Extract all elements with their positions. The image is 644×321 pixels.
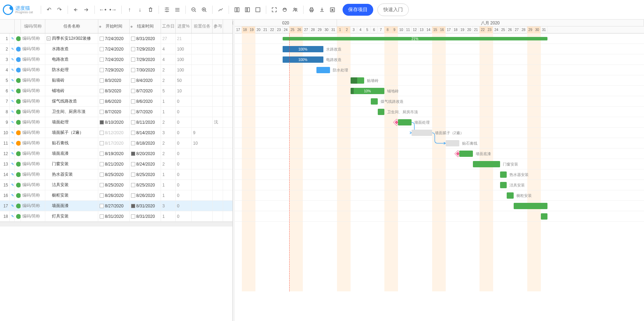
col-task[interactable]: 任务名称 [45, 20, 98, 33]
gantt-row[interactable]: 墙面底漆 [235, 148, 644, 159]
gantt-row[interactable]: 洁具安装 [235, 180, 644, 190]
cell-progress[interactable]: 0 [176, 96, 192, 106]
end-checkbox[interactable] [131, 173, 135, 177]
cell-end[interactable]: 8/26/2020 [130, 190, 161, 200]
cell-code[interactable]: 编码/简称 [21, 169, 45, 179]
end-checkbox[interactable] [131, 204, 135, 208]
cell-task[interactable]: 墙面处理 [45, 117, 98, 127]
cell-start[interactable]: 8/10/2020 [98, 117, 130, 127]
cell-assignee[interactable] [213, 107, 223, 117]
edit-icon[interactable]: ✎ [10, 65, 15, 75]
cell-predecessor[interactable] [192, 148, 213, 159]
end-checkbox[interactable] [131, 131, 135, 135]
task-row[interactable]: 1✎编码/简称−四季长安12#302装修7/24/20208/31/202027… [0, 33, 232, 44]
cell-assignee[interactable] [213, 190, 223, 200]
gantt-row[interactable]: 贴墙砖 [235, 75, 644, 86]
cell-workdays[interactable]: 2 [161, 75, 176, 85]
task-row[interactable]: 5✎编码/简称贴墙砖8/3/20208/4/2020250 [0, 75, 232, 86]
edit-icon[interactable]: ✎ [10, 148, 15, 159]
cell-end[interactable]: 8/24/2020 [130, 159, 161, 169]
cell-workdays[interactable]: 27 [161, 33, 176, 44]
indent-right-button[interactable] [82, 5, 91, 14]
cell-end[interactable]: 7/30/2020 [130, 65, 161, 75]
gantt-row[interactable]: 煤气线路改造 [235, 96, 644, 107]
task-row[interactable]: 6✎编码/简称铺地砖8/3/20208/7/2020510 [0, 86, 232, 96]
start-checkbox[interactable] [100, 99, 104, 104]
cell-code[interactable]: 编码/简称 [21, 138, 45, 148]
edit-icon[interactable]: ✎ [10, 75, 15, 85]
gantt-row[interactable]: 贴石膏线 [235, 138, 644, 148]
gantt-row[interactable]: 热水器安装 [235, 169, 644, 180]
cell-predecessor[interactable]: 9 [192, 128, 213, 138]
end-checkbox[interactable] [131, 68, 135, 72]
redo-button[interactable]: ↷ [55, 5, 64, 14]
gantt-row[interactable]: 防水处理 [235, 65, 644, 75]
col-predecessor[interactable]: 前置任务 [192, 20, 213, 33]
cell-code[interactable]: 编码/简称 [21, 54, 45, 64]
task-row[interactable]: 8✎编码/简称卫生间、厨房吊顶8/7/20208/7/202010 [0, 107, 232, 117]
task-bar[interactable]: 卫生间、厨房吊顶 [378, 109, 385, 115]
cell-workdays[interactable]: 2 [161, 138, 176, 148]
cell-predecessor[interactable] [192, 75, 213, 85]
start-checkbox[interactable] [100, 204, 104, 208]
cell-code[interactable]: 编码/简称 [21, 190, 45, 200]
cell-start[interactable]: 7/29/2020 [98, 65, 130, 75]
edit-icon[interactable]: ✎ [10, 33, 15, 44]
cell-progress[interactable]: 0 [176, 190, 192, 200]
cell-task[interactable]: 铺地砖 [45, 86, 98, 96]
cell-predecessor[interactable]: 10 [192, 138, 213, 148]
cell-assignee[interactable] [213, 128, 223, 138]
export-excel-button[interactable]: X [328, 5, 337, 14]
start-checkbox[interactable] [100, 162, 104, 166]
gantt-row[interactable]: 21% [235, 33, 644, 44]
task-row[interactable]: 18✎编码/简称灯具安装8/31/20208/31/202010 [0, 211, 232, 222]
cell-start[interactable]: 8/27/2020 [98, 201, 130, 211]
print-button[interactable] [307, 5, 316, 14]
cell-assignee[interactable]: 沈 [213, 117, 223, 127]
cell-assignee[interactable] [213, 201, 223, 211]
col-progress[interactable]: 进度% [176, 20, 192, 33]
start-checkbox[interactable] [100, 110, 104, 114]
cell-workdays[interactable]: 1 [161, 96, 176, 106]
start-checkbox[interactable] [100, 131, 104, 135]
task-bar[interactable]: 墙面腻子（2遍） [412, 130, 432, 136]
end-checkbox[interactable] [131, 162, 135, 166]
cell-end[interactable]: 8/11/2020 [130, 117, 161, 127]
link-button[interactable] [216, 5, 225, 14]
cell-task[interactable]: 灯具安装 [45, 211, 98, 221]
cell-workdays[interactable]: 4 [161, 44, 176, 54]
end-checkbox[interactable] [131, 141, 135, 145]
collapse-icon[interactable]: − [47, 37, 51, 40]
cell-predecessor[interactable] [192, 180, 213, 190]
cell-workdays[interactable]: 2 [161, 148, 176, 159]
cell-end[interactable]: 8/20/2020 [130, 148, 161, 159]
cell-task[interactable]: 卫生间、厨房吊顶 [45, 107, 98, 117]
cell-code[interactable]: 编码/简称 [21, 201, 45, 211]
cell-predecessor[interactable] [192, 117, 213, 127]
start-checkbox[interactable] [100, 141, 104, 145]
cell-progress[interactable]: 50 [176, 75, 192, 85]
cell-end[interactable]: 8/7/2020 [130, 107, 161, 117]
cell-start[interactable]: 7/24/2020 [98, 44, 130, 54]
layout-2-button[interactable] [243, 5, 252, 14]
cell-workdays[interactable]: 1 [161, 180, 176, 190]
cell-end[interactable]: 8/18/2020 [130, 138, 161, 148]
cell-task[interactable]: 洁具安装 [45, 180, 98, 190]
cell-predecessor[interactable] [192, 159, 213, 169]
cell-predecessor[interactable] [192, 201, 213, 211]
task-bar[interactable]: 100%水路改造 [283, 46, 323, 52]
cell-assignee[interactable] [213, 86, 223, 96]
cell-workdays[interactable]: 3 [161, 201, 176, 211]
download-button[interactable] [317, 5, 327, 14]
edit-icon[interactable]: ✎ [10, 169, 15, 179]
cell-end[interactable]: 7/29/2020 [130, 44, 161, 54]
task-row[interactable]: 11✎编码/简称贴石膏线8/17/20208/18/20202010 [0, 138, 232, 148]
task-bar[interactable]: 21% [283, 37, 548, 40]
gantt-row[interactable]: 橱柜安装 [235, 190, 644, 201]
cell-predecessor[interactable] [192, 33, 213, 44]
cell-workdays[interactable]: 4 [161, 54, 176, 64]
end-checkbox[interactable] [131, 47, 135, 51]
cell-progress[interactable]: 0 [176, 107, 192, 117]
cell-progress[interactable]: 0 [176, 201, 192, 211]
cell-task[interactable]: 墙面底漆 [45, 148, 98, 159]
